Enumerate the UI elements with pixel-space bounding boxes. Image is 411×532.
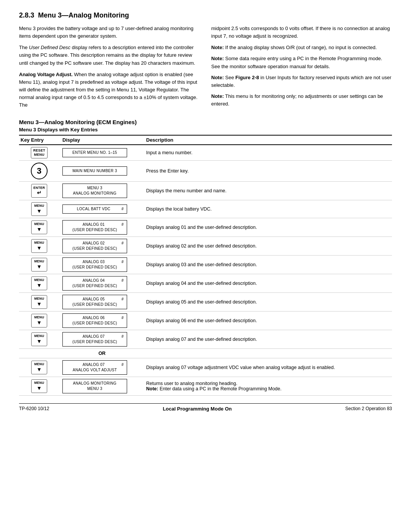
description-cell: Displays analog 05 and the user-defined … xyxy=(145,292,392,311)
display-box: ANALOG 04 #(USER DEFINED DESC) xyxy=(62,276,127,291)
description-cell: Displays the menu number and name. xyxy=(145,182,392,200)
key-entries-heading: Menu 3 Displays with Key Entries xyxy=(19,127,392,133)
display-box: ANALOG 05 #(USER DEFINED DESC) xyxy=(62,295,127,309)
display-cell: ANALOG 07 #(USER DEFINED DESC) xyxy=(61,330,145,348)
description-cell: Displays analog 06 end the user-defined … xyxy=(145,311,392,330)
footer-center: Local Programming Mode On xyxy=(163,406,232,412)
page-title: 2.8.3 Menu 3—Analog Monitoring xyxy=(19,11,392,19)
display-cell: ANALOG 01 #(USER DEFINED DESC) xyxy=(61,218,145,236)
key-entry-cell: MENU▼ xyxy=(19,255,61,274)
analog-voltage-label: Analog Voltage Adjust. xyxy=(19,72,73,77)
table-row: MENU▼ ANALOG 07 #ANALOG VOLT ADJUST Disp… xyxy=(19,358,392,377)
reset-menu-key[interactable]: RESETMENU xyxy=(31,147,48,158)
display-cell: ANALOG 03 #(USER DEFINED DESC) xyxy=(61,255,145,274)
menu-arrow-key[interactable]: MENU▼ xyxy=(31,314,47,328)
table-header-row: Key Entry Display Description xyxy=(19,135,392,145)
col-header-key: Key Entry xyxy=(19,135,61,145)
description-text: Displays analog 02 and the user defined … xyxy=(146,243,256,249)
menu-arrow-key[interactable]: MENU▼ xyxy=(31,332,47,346)
menu-arrow-key[interactable]: MENU▼ xyxy=(31,220,47,234)
description-cell: Returns user to analog monitoring headin… xyxy=(145,377,392,395)
table-row: MENU▼ ANALOG MONITORINGMENU 3 Returns us… xyxy=(19,377,392,395)
table-row: ENTER↵ MENU 3ANALOG MONITORING Displays … xyxy=(19,182,392,200)
display-cell: ANALOG 04 #(USER DEFINED DESC) xyxy=(61,274,145,292)
description-text: Displays analog 07 and the user-defined … xyxy=(146,337,257,342)
table-row: MENU▼ ANALOG 05 #(USER DEFINED DESC) Dis… xyxy=(19,292,392,311)
footer-right: Section 2 Operation 83 xyxy=(345,406,392,411)
description-text: Displays analog 05 and the user-defined … xyxy=(146,299,257,305)
display-cell: ENTER MENU NO. 1–15 xyxy=(61,145,145,160)
table-row: MENU▼ ANALOG 04 #(USER DEFINED DESC) Dis… xyxy=(19,274,392,292)
description-cell: Displays the local battery VDC. xyxy=(145,200,392,218)
description-cell: Input a menu number. xyxy=(145,145,392,160)
table-row: MENU▼ ANALOG 06 #(USER DEFINED DESC) Dis… xyxy=(19,311,392,330)
table-row: MENU▼ ANALOG 03 #(USER DEFINED DESC) Dis… xyxy=(19,255,392,274)
description-text: Displays the local battery VDC. xyxy=(146,206,212,212)
display-box: ANALOG MONITORINGMENU 3 xyxy=(62,379,127,393)
description-cell: Displays analog 02 and the user defined … xyxy=(145,236,392,255)
display-box: ANALOG 07 #(USER DEFINED DESC) xyxy=(62,332,127,347)
menu-arrow-key[interactable]: MENU▼ xyxy=(31,239,47,253)
menu-arrow-key[interactable]: MENU▼ xyxy=(31,361,47,374)
description-text: Displays the menu number and name. xyxy=(146,188,226,193)
left-para1: Menu 3 provides the battery voltage and … xyxy=(19,25,200,40)
right-column: midpoint 2.5 volts corresponds to 0 volt… xyxy=(211,25,392,113)
col-header-display: Display xyxy=(61,135,145,145)
page-footer: TP-6200 10/12 Local Programming Mode On … xyxy=(19,403,392,412)
menu-arrow-key[interactable]: MENU▼ xyxy=(31,276,47,290)
or-separator-row: OR xyxy=(19,348,392,358)
or-label: OR xyxy=(61,348,145,358)
display-cell: MAIN MENU NUMBER 3 xyxy=(61,161,145,182)
menu-arrow-key[interactable]: MENU▼ xyxy=(31,379,47,393)
display-box: ANALOG 02 #(USER DEFINED DESC) xyxy=(62,239,127,253)
table-row: RESETMENU ENTER MENU NO. 1–15 Input a me… xyxy=(19,145,392,160)
key-entry-cell: ENTER↵ xyxy=(19,182,61,200)
footer-left: TP-6200 10/12 xyxy=(19,406,49,411)
note-1: Note: If the analog display shows O/R (o… xyxy=(211,44,392,51)
description-text: Returns user to analog monitoring headin… xyxy=(146,381,237,386)
menu-arrow-key[interactable]: MENU▼ xyxy=(31,295,47,309)
display-cell: ANALOG 05 #(USER DEFINED DESC) xyxy=(61,292,145,311)
left-para3: Analog Voltage Adjust. When the analog v… xyxy=(19,71,200,109)
description-text: Displays analog 04 and the user-defined … xyxy=(146,281,257,286)
display-cell: ANALOG 07 #ANALOG VOLT ADJUST xyxy=(61,358,145,377)
table-row: MENU▼ ANALOG 07 #(USER DEFINED DESC) Dis… xyxy=(19,330,392,348)
description-cell: Displays analog 07 and the user-defined … xyxy=(145,330,392,348)
key-entry-cell: MENU▼ xyxy=(19,330,61,348)
description-cell: Displays analog 07 voltage adjustment VD… xyxy=(145,358,392,377)
display-box: ANALOG 01 #(USER DEFINED DESC) xyxy=(62,220,127,235)
display-cell: LOCAL BATT VDC # xyxy=(61,200,145,218)
description-cell: Displays analog 04 and the user-defined … xyxy=(145,274,392,292)
table-row: MENU▼ ANALOG 01 #(USER DEFINED DESC) Dis… xyxy=(19,218,392,236)
right-para1: midpoint 2.5 volts corresponds to 0 volt… xyxy=(211,25,392,40)
key-entry-cell: MENU▼ xyxy=(19,292,61,311)
key-entry-cell: MENU▼ xyxy=(19,218,61,236)
menu-arrow-key[interactable]: MENU▼ xyxy=(31,258,47,272)
key-entry-cell: MENU▼ xyxy=(19,200,61,218)
intro-section: Menu 3 provides the battery voltage and … xyxy=(19,25,392,113)
key-entry-cell: MENU▼ xyxy=(19,274,61,292)
display-box: LOCAL BATT VDC # xyxy=(62,204,127,214)
key-entry-cell: MENU▼ xyxy=(19,358,61,377)
italic-term: User Defined Desc xyxy=(29,45,70,50)
left-column: Menu 3 provides the battery voltage and … xyxy=(19,25,200,113)
table-row: 3 MAIN MENU NUMBER 3 Press the Enter key… xyxy=(19,161,392,182)
description-text: Displays analog 03 and the user-defined … xyxy=(146,262,257,267)
display-cell: ANALOG 06 #(USER DEFINED DESC) xyxy=(61,311,145,330)
display-box: ANALOG 07 #ANALOG VOLT ADJUST xyxy=(62,360,127,375)
menu-arrow-key[interactable]: MENU▼ xyxy=(31,202,47,216)
display-cell: MENU 3ANALOG MONITORING xyxy=(61,182,145,200)
note-4: Note: This menu is for monitoring only; … xyxy=(211,93,392,108)
key-entry-cell: MENU▼ xyxy=(19,377,61,395)
enter-key[interactable]: ENTER↵ xyxy=(31,184,47,198)
description-note-text: Enter data using a PC in the Remote Prog… xyxy=(159,386,281,391)
display-box: MAIN MENU NUMBER 3 xyxy=(62,166,127,176)
description-text: Press the Enter key. xyxy=(146,168,189,174)
description-text: Input a menu number. xyxy=(146,150,193,155)
col-header-desc: Description xyxy=(145,135,392,145)
description-cell: Displays analog 03 and the user-defined … xyxy=(145,255,392,274)
key-entry-cell: RESETMENU xyxy=(19,145,61,160)
key-entry-cell: MENU▼ xyxy=(19,236,61,255)
left-para2: The User Defined Desc display refers to … xyxy=(19,44,200,67)
number-key[interactable]: 3 xyxy=(31,163,48,179)
